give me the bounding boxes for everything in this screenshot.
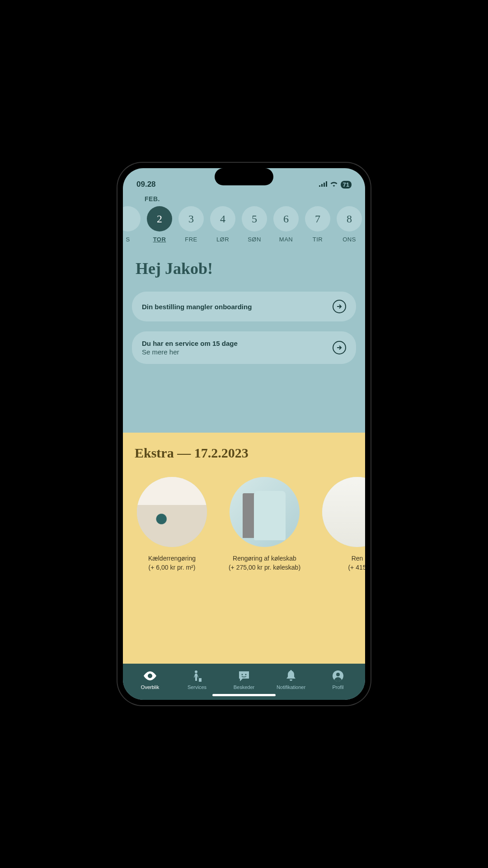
notice-text: Du har en service om 15 dage Se mere her: [142, 340, 238, 356]
svg-rect-2: [199, 678, 202, 682]
date-weekday: FRE: [185, 236, 197, 243]
date-weekday: ONS: [343, 236, 356, 243]
extra-item-image: [137, 477, 207, 547]
date-strip[interactable]: S 2 TOR 3 FRE 4 LØR 5 SØN 6 MAN: [123, 203, 365, 243]
extra-item-fridge-cleaning[interactable]: Rengøring af køleskab (+ 275,00 kr pr. k…: [227, 477, 302, 572]
greeting-heading: Hej Jakob!: [123, 243, 365, 287]
bell-icon: [286, 670, 296, 682]
date-cell-selected[interactable]: 2 TOR: [145, 206, 174, 243]
date-weekday: LØR: [216, 236, 229, 243]
extra-item-name: Kælderrengøring: [148, 554, 196, 563]
date-number: 7: [305, 206, 330, 231]
svg-point-6: [336, 673, 340, 676]
extra-item-basement-cleaning[interactable]: Kælderrengøring (+ 6,00 kr pr. m²): [135, 477, 209, 572]
notice-upcoming-service[interactable]: Du har en service om 15 dage Se mere her: [132, 331, 356, 364]
date-weekday: SØN: [248, 236, 261, 243]
wifi-icon: [330, 180, 338, 189]
signal-icon: [319, 180, 327, 189]
svg-point-4: [245, 674, 247, 675]
notice-subtitle: Se mere her: [142, 348, 238, 356]
home-indicator[interactable]: [212, 694, 276, 696]
chat-icon: [238, 670, 250, 682]
date-number: 8: [337, 206, 362, 231]
date-number: 3: [178, 206, 204, 231]
svg-point-0: [149, 675, 151, 677]
extra-carousel[interactable]: Kælderrengøring (+ 6,00 kr pr. m²) Rengø…: [135, 477, 365, 572]
nav-label: Beskeder: [234, 684, 254, 690]
nav-overblik[interactable]: Overblik: [132, 670, 168, 690]
svg-point-3: [242, 674, 243, 675]
nav-services[interactable]: Services: [179, 670, 215, 690]
arrow-right-icon: [333, 300, 346, 313]
app-screen: 09.28 71 FEB. S 2 TOR 3: [123, 168, 365, 700]
notice-onboarding[interactable]: Din bestilling mangler onboarding: [132, 292, 356, 321]
notice-title: Du har en service om 15 dage: [142, 340, 238, 347]
eye-icon: [144, 670, 156, 682]
extra-item-price: (+ 6,00 kr pr. m²): [148, 563, 196, 572]
date-number: 2: [147, 206, 172, 231]
nav-label: Notifikationer: [277, 684, 305, 690]
extra-item-label: Ren (+ 415: [348, 554, 365, 572]
notice-text: Din bestilling mangler onboarding: [142, 303, 252, 311]
date-cell[interactable]: S: [123, 206, 142, 243]
dynamic-island: [215, 168, 273, 185]
notice-title: Din bestilling mangler onboarding: [142, 303, 252, 311]
date-cell[interactable]: 3 FRE: [177, 206, 205, 243]
status-indicators: 71: [319, 180, 352, 189]
battery-indicator: 71: [341, 181, 352, 189]
extra-item-name: Ren: [348, 554, 365, 563]
status-time: 09.28: [136, 180, 156, 189]
nav-label: Services: [188, 684, 206, 690]
date-cell[interactable]: 7 TIR: [304, 206, 332, 243]
extra-heading: Ekstra — 17.2.2023: [135, 445, 365, 461]
nav-label: Profil: [332, 684, 343, 690]
svg-point-1: [195, 670, 197, 673]
extra-item-image: [322, 477, 365, 547]
date-cell[interactable]: 8 ONS: [335, 206, 363, 243]
date-number: 6: [273, 206, 299, 231]
date-number: [123, 206, 141, 231]
extra-item-label: Rengøring af køleskab (+ 275,00 kr pr. k…: [229, 554, 300, 572]
date-weekday: MAN: [279, 236, 293, 243]
date-cell[interactable]: 6 MAN: [272, 206, 300, 243]
date-weekday: S: [126, 236, 130, 243]
nav-notifikationer[interactable]: Notifikationer: [273, 670, 309, 690]
nav-beskeder[interactable]: Beskeder: [226, 670, 262, 690]
extra-item-price: (+ 275,00 kr pr. køleskab): [229, 563, 300, 572]
profile-icon: [332, 670, 344, 682]
extra-item-image: [230, 477, 300, 547]
extra-item-partial[interactable]: Ren (+ 415: [320, 477, 365, 572]
extra-item-price: (+ 415: [348, 563, 365, 572]
date-number: 4: [210, 206, 235, 231]
extra-item-name: Rengøring af køleskab: [229, 554, 300, 563]
nav-label: Overblik: [141, 684, 159, 690]
extra-section: Ekstra — 17.2.2023 Kælderrengøring (+ 6,…: [123, 433, 365, 664]
date-weekday: TOR: [153, 236, 166, 243]
cleaner-icon: [192, 670, 202, 682]
month-label: FEB.: [123, 193, 365, 203]
nav-profil[interactable]: Profil: [320, 670, 356, 690]
date-weekday: TIR: [313, 236, 323, 243]
extra-item-label: Kælderrengøring (+ 6,00 kr pr. m²): [148, 554, 196, 572]
arrow-right-icon: [333, 341, 346, 354]
date-cell[interactable]: 4 LØR: [209, 206, 237, 243]
phone-frame: 09.28 71 FEB. S 2 TOR 3: [117, 163, 371, 705]
date-cell[interactable]: 5 SØN: [240, 206, 268, 243]
date-number: 5: [242, 206, 267, 231]
